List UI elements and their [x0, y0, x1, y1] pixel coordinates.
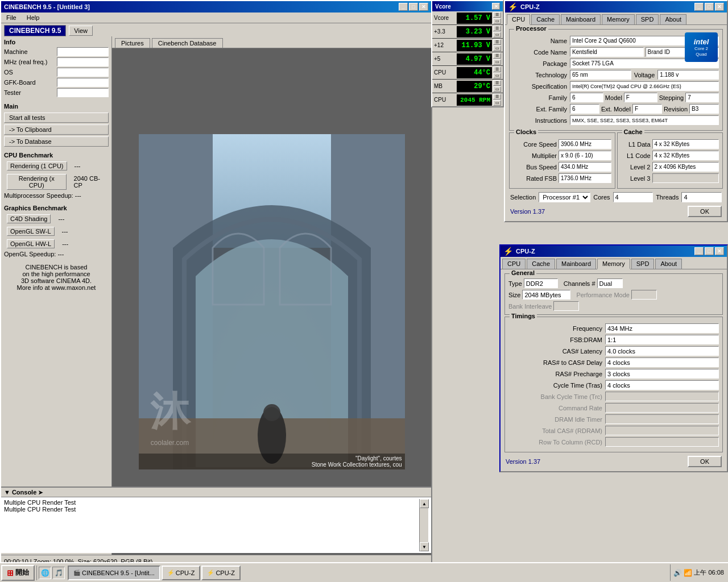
cpuz-memory-close-btn[interactable]: ✕: [715, 247, 724, 255]
vcore-graph-btn-3[interactable]: ▭: [493, 59, 501, 65]
minimize-btn[interactable]: _: [399, 3, 408, 11]
vcore-graph-btn-2[interactable]: ▭: [493, 45, 501, 51]
cpuz-mem-about-tab[interactable]: About: [655, 259, 682, 269]
render-image: 沐 coolaler.com "Daylight", courtes Stone…: [139, 134, 405, 469]
cpuz-about-tab[interactable]: About: [660, 14, 686, 24]
scroll-up-btn[interactable]: ▲: [420, 499, 429, 508]
main-content: Info Machine MHz (real freq.) OS GFK-Boa…: [1, 36, 431, 555]
cpuz-ok-btn[interactable]: OK: [688, 206, 722, 217]
start-all-button[interactable]: Start all tests: [4, 113, 109, 123]
start-button[interactable]: ⊞ 開始: [1, 565, 35, 581]
taskbar-cinebench-item[interactable]: 🎬 CINEBENCH 9.5 - [Untit...: [68, 566, 160, 580]
vcore-expand-btn-3[interactable]: ☰: [493, 53, 501, 59]
console-header[interactable]: ▼ Console ➤: [1, 488, 431, 497]
vcore-graph-btn-0[interactable]: ▭: [493, 18, 501, 24]
c4d-result: ---: [58, 215, 64, 222]
cpuz-mem-mainboard-tab[interactable]: Mainboard: [556, 259, 596, 269]
rendering-1cpu-button[interactable]: Rendering (1 CPU): [7, 161, 67, 171]
cpuz-main-title-area: ⚡ CPU-Z: [508, 2, 540, 11]
revision-label: Revision: [664, 106, 688, 113]
tech-label: Technology: [513, 72, 570, 78]
ie-icon[interactable]: 🌐: [39, 567, 51, 579]
cpuz-main-title: CPU-Z: [520, 3, 540, 10]
vcore-controls-6: ☰ ▭: [493, 94, 501, 106]
cpuz-memory-content: General Type DDR2 Channels # Dual Size 2…: [500, 269, 727, 471]
about-text-2: on the high performance: [4, 271, 109, 277]
selection-dropdown[interactable]: Processor #1: [539, 192, 590, 202]
vcore-graph-btn-4[interactable]: ▭: [493, 73, 501, 78]
gfk-field[interactable]: [57, 78, 109, 87]
vcore-value-5: 29°C: [457, 81, 492, 92]
cpuz-mem-memory-tab[interactable]: Memory: [597, 259, 630, 269]
ras-to-cas-row: RAS# to CAS# Delay 4 clocks: [508, 357, 719, 367]
extmodel-label: Ext. Model: [601, 106, 631, 113]
vcore-expand-btn-1[interactable]: ☰: [493, 26, 501, 31]
help-menu[interactable]: Help: [24, 14, 42, 22]
cinebench-database-tab[interactable]: Cinebench Database: [152, 38, 223, 48]
revision-value: B3: [689, 104, 719, 114]
vcore-expand-btn-4[interactable]: ☰: [493, 66, 501, 72]
level2-label: Level 2: [621, 164, 652, 171]
bank-interleave-row: Bank Interleave: [508, 301, 719, 311]
cpuz-main-close-btn[interactable]: ✕: [715, 3, 724, 11]
vcore-graph-btn-1[interactable]: ▭: [493, 32, 501, 38]
opengl-sw-button[interactable]: OpenGL SW-L: [7, 227, 55, 236]
maximize-btn[interactable]: □: [409, 3, 418, 11]
perf-mode-row: Performance Mode: [576, 290, 657, 300]
menu-bar: File Help: [1, 13, 431, 23]
cpuz-mem-cache-tab[interactable]: Cache: [527, 259, 555, 269]
cpuz-cache-tab[interactable]: Cache: [531, 14, 560, 24]
cpuz-mainboard-tab[interactable]: Mainboard: [561, 14, 601, 24]
cpuz-memory-minimize-btn[interactable]: _: [694, 247, 704, 255]
console-label: Console: [12, 489, 36, 496]
command-rate-label: Command Rate: [508, 405, 605, 411]
console-scrollbar[interactable]: ▲ ▼: [419, 499, 428, 551]
stepping-label: Stepping: [659, 94, 684, 101]
clipboard-button[interactable]: -> To Clipboard: [4, 124, 109, 135]
database-button[interactable]: -> To Database: [4, 136, 109, 147]
os-field[interactable]: [57, 68, 109, 77]
vcore-close-btn[interactable]: ✕: [492, 3, 500, 10]
cpuz-memory-tab-bar: CPU Cache Mainboard Memory SPD About: [500, 257, 727, 269]
cpuz-mem-spd-tab[interactable]: SPD: [631, 259, 655, 269]
taskbar-separator: [36, 566, 37, 580]
close-btn[interactable]: ✕: [419, 3, 428, 11]
cpuz-memory-tab[interactable]: Memory: [602, 14, 635, 24]
view-button[interactable]: View: [69, 26, 93, 36]
cpuz-spd-tab[interactable]: SPD: [636, 14, 659, 24]
rendering-xcpu-button[interactable]: Rendering (x CPU): [7, 174, 67, 190]
cpuz-main-maximize-btn[interactable]: □: [705, 3, 714, 11]
size-label: Size: [508, 292, 520, 298]
pictures-tab[interactable]: Pictures: [115, 38, 150, 48]
console-area: ▼ Console ➤ Multiple CPU Render Test Mul…: [1, 487, 431, 555]
media-icon[interactable]: 🎵: [52, 567, 65, 579]
cpuz-mem-ok-btn[interactable]: OK: [688, 456, 722, 467]
dram-idle-label: DRAM Idle Timer: [508, 416, 605, 423]
bank-interleave-value: [553, 301, 579, 311]
vcore-graph-btn-6[interactable]: ▭: [493, 100, 501, 106]
machine-field[interactable]: [57, 47, 109, 56]
cpuz-cpu-tab[interactable]: CPU: [507, 14, 530, 25]
cpuz-main-minimize-btn[interactable]: _: [694, 3, 704, 11]
rendering-1cpu-row: Rendering (1 CPU) ---: [1, 160, 111, 172]
cycle-time-value: 4 clocks: [605, 380, 719, 390]
c4d-shading-button[interactable]: C4D Shading: [7, 214, 51, 223]
cpuz-memory-maximize-btn[interactable]: □: [705, 247, 714, 255]
mhz-field[interactable]: [57, 57, 109, 66]
file-menu[interactable]: File: [4, 14, 19, 22]
opengl-hw-button[interactable]: OpenGL HW-L: [7, 239, 55, 248]
gfk-row: GFK-Board: [1, 77, 111, 88]
taskbar-cpuz-item-2[interactable]: ⚡ CPU-Z: [201, 566, 241, 580]
scroll-down-btn[interactable]: ▼: [420, 542, 429, 551]
type-row: Type DDR2: [508, 278, 558, 288]
vcore-expand-btn-0[interactable]: ☰: [493, 12, 501, 18]
cpuz-mem-cpu-tab[interactable]: CPU: [502, 259, 526, 269]
vcore-expand-btn-6[interactable]: ☰: [493, 94, 501, 99]
content-tab-bar: Pictures Cinebench Database: [112, 36, 431, 48]
vcore-expand-btn-5[interactable]: ☰: [493, 80, 501, 86]
tester-field[interactable]: [57, 88, 109, 97]
taskbar-cpuz-item-1[interactable]: ⚡ CPU-Z: [162, 566, 201, 580]
vcore-expand-btn-2[interactable]: ☰: [493, 39, 501, 45]
vcore-window: Vcore ✕ Vcore 1.57 V ☰ ▭ +3.3 3.23 V ☰ ▭…: [431, 0, 504, 107]
vcore-graph-btn-5[interactable]: ▭: [493, 86, 501, 92]
